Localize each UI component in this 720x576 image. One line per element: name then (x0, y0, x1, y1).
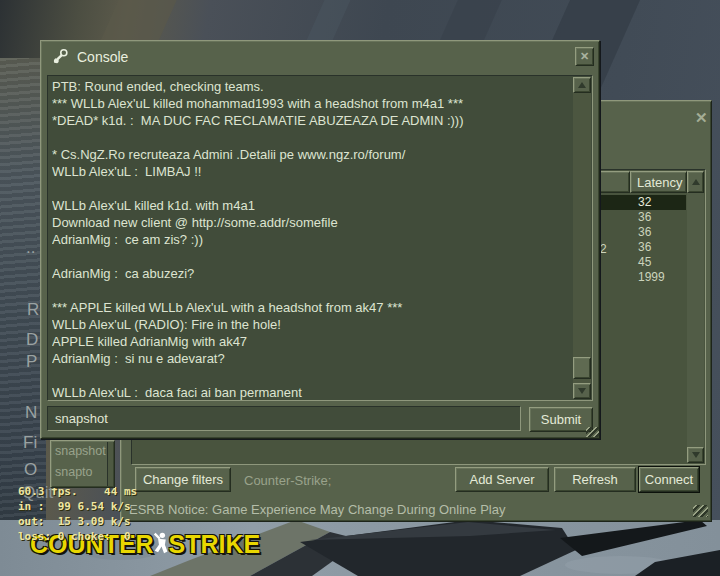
netgraph-overlay: 60.3 fps. 44 ms in : 99 6.54 k/s out: 15… (18, 484, 137, 544)
server-list-scrollbar[interactable] (687, 171, 704, 463)
log-line: *DEAD* k1d. : MA DUC FAC RECLAMATIE ABUZ… (52, 112, 570, 129)
close-icon: ✕ (580, 50, 589, 63)
resize-grip[interactable] (586, 427, 599, 437)
add-server-button[interactable]: Add Server (455, 467, 549, 492)
esrb-notice: ESRB Notice: Game Experience May Change … (129, 502, 505, 517)
log-line: AdrianMig : ce am zis? :)) (52, 231, 570, 248)
close-icon[interactable]: ✕ (695, 109, 708, 127)
console-log[interactable]: PTB: Round ended, checking teams. *** WL… (47, 75, 593, 401)
filter-summary-label: Counter-Strike; (244, 473, 331, 488)
log-line: *** WLLb Alex'uL killed mohammad1993 wit… (52, 95, 570, 112)
net-in-rate: in : 99 6.54 k/s (18, 499, 137, 514)
log-line: WLLb Alex'uL killed k1d. with m4a1 (52, 197, 570, 214)
menu-item-fragment[interactable]: Fi (23, 433, 37, 453)
close-button[interactable]: ✕ (575, 47, 594, 66)
console-title-bar[interactable]: Console ✕ (41, 41, 599, 71)
scroll-up-icon (578, 82, 586, 88)
log-line: * Cs.NgZ.Ro recruteaza Admini .Detalii p… (52, 146, 570, 163)
connect-button[interactable]: Connect (639, 467, 699, 492)
menu-item-fragment[interactable]: O (24, 460, 37, 480)
autocomplete-dropdown: snapshot snapto (50, 440, 115, 488)
net-loss-choke: loss: 0 choke: 0 (18, 529, 137, 544)
net-out-rate: out: 15 3.09 k/s (18, 514, 137, 529)
game-screen: .. R D P N Fi O Quit ✕ Latency 32 36 36 … (0, 0, 720, 576)
scroll-up-icon (692, 179, 700, 185)
menu-item-fragment[interactable]: R (27, 300, 39, 320)
column-header-latency[interactable]: Latency (630, 171, 687, 193)
log-line (52, 180, 570, 197)
window-title: Console (77, 49, 128, 65)
menu-item-fragment[interactable]: .. (26, 238, 35, 258)
resize-grip[interactable] (693, 505, 708, 517)
logo-text-right: STRIKE (169, 530, 261, 559)
log-line (52, 248, 570, 265)
scroll-down-icon (692, 452, 700, 458)
log-line (52, 282, 570, 299)
submit-button[interactable]: Submit (529, 407, 593, 432)
log-line: WLLb Alex'uL : daca faci ai ban permanen… (52, 384, 570, 401)
menu-item-fragment[interactable]: P (26, 352, 37, 372)
scroll-up-button[interactable] (687, 171, 704, 193)
log-line: PTB: Round ended, checking teams. (52, 78, 570, 95)
autocomplete-scrollbar[interactable] (107, 442, 113, 486)
log-line: AdrianMig : si nu e adevarat? (52, 350, 570, 367)
steam-icon (52, 48, 69, 65)
scroll-down-button[interactable] (687, 447, 704, 463)
autocomplete-item[interactable]: snapshot (51, 441, 114, 462)
log-line: AdrianMig : ca abuzezi? (52, 265, 570, 282)
log-line: APPLE killed AdrianMig with ak47 (52, 333, 570, 350)
log-line: WLLb Alex'uL (RADIO): Fire in the hole! (52, 316, 570, 333)
menu-item-fragment[interactable]: N (25, 403, 37, 423)
console-log-text: PTB: Round ended, checking teams. *** WL… (52, 78, 570, 401)
log-line: Download new client @ http://some.addr/s… (52, 214, 570, 231)
autocomplete-item[interactable]: snapto (51, 462, 114, 483)
scroll-down-icon (578, 388, 586, 394)
scroll-down-button[interactable] (573, 383, 591, 399)
scrollbar-thumb[interactable] (573, 357, 591, 379)
log-line (52, 367, 570, 384)
console-scrollbar[interactable] (573, 77, 591, 399)
soldier-icon (153, 531, 170, 555)
refresh-button[interactable]: Refresh (554, 467, 636, 492)
log-line: *** APPLE killed WLLb Alex'uL with a hea… (52, 299, 570, 316)
log-line: WLLb Alex'uL : LIMBAJ !! (52, 163, 570, 180)
console-window: Console ✕ PTB: Round ended, checking tea… (40, 40, 600, 439)
log-line (52, 129, 570, 146)
server-cell-fragment: 2 (600, 242, 607, 256)
scroll-up-button[interactable] (573, 77, 591, 93)
change-filters-button[interactable]: Change filters (135, 467, 231, 492)
menu-item-fragment[interactable]: D (26, 330, 38, 350)
console-input[interactable] (47, 406, 521, 431)
